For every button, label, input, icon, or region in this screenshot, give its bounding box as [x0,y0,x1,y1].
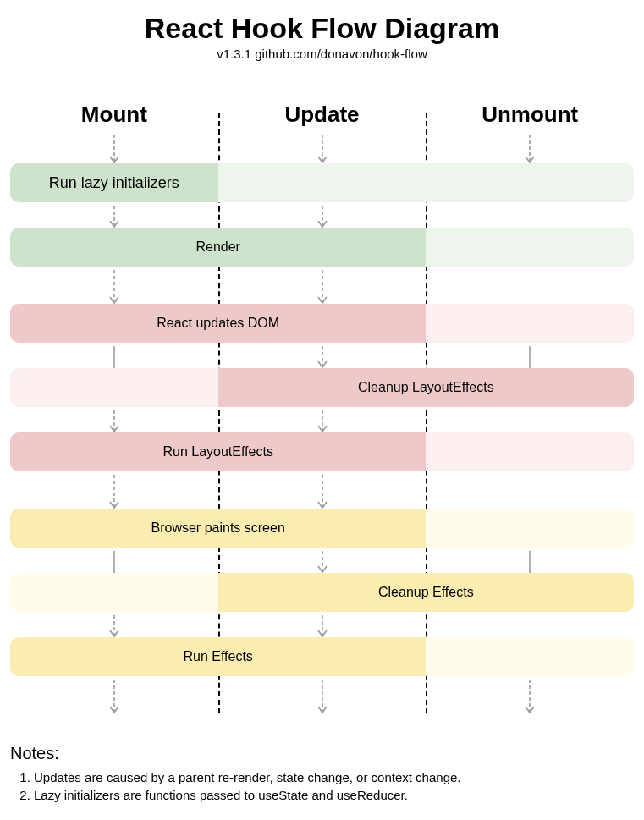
flow-arrow-icon [106,680,123,713]
step-run-e: Run Effects [10,637,634,676]
arrow-cell [218,206,427,228]
arrow-cell [426,680,634,713]
flow-line-icon [521,346,538,368]
arrow-cell [10,206,218,228]
arrow-cell [10,410,218,432]
col-header-update: Update [218,102,427,135]
arrow-row [10,475,634,509]
step-cell [218,228,427,267]
arrow-cell [218,680,427,713]
flow-arrow-icon [314,206,331,228]
arrow-cell [426,551,634,573]
step-dom: React updates DOM [10,304,634,343]
arrow-cell [218,410,427,432]
arrow-cell [218,270,427,304]
arrow-cell [426,346,634,368]
step-cleanup-le: Cleanup LayoutEffects [10,368,634,407]
step-cell [10,228,218,267]
diagram-container: Mount Update Unmount Run lazy initialize… [10,102,634,713]
step-cell [426,304,634,343]
arrow-cell [10,135,218,163]
step-cell: Run lazy initializers [10,163,218,202]
flow-arrow-icon [314,346,331,368]
flow-arrow-icon [521,135,538,163]
step-cell [10,368,218,407]
step-cell [10,573,218,612]
arrow-row [10,135,634,163]
arrow-cell [426,410,634,432]
note-item: Lazy initializers are functions passed t… [34,788,634,802]
step-cell [10,637,218,676]
col-header-unmount: Unmount [426,102,634,135]
arrow-row [10,346,634,368]
step-cell [426,573,634,612]
flow-line-icon [106,346,123,368]
flow-arrow-icon [314,270,331,304]
note-item: Updates are caused by a parent re-render… [34,770,634,784]
step-cell [426,368,634,407]
step-cell [426,228,634,267]
step-lazy-init: Run lazy initializers [10,163,634,202]
page-subtitle: v1.3.1 github.com/donavon/hook-flow [10,47,634,61]
flow-arrow-icon [314,680,331,713]
notes-heading: Notes: [10,744,634,763]
flow-arrow-icon [314,410,331,432]
flow-arrow-icon [106,206,123,228]
arrow-cell [218,615,427,637]
step-cell [218,368,427,407]
step-cell [218,432,427,471]
flow-arrow-icon [106,410,123,432]
step-cell [218,509,427,548]
arrow-row [10,680,634,713]
arrow-cell [10,270,218,304]
arrow-cell [218,346,427,368]
step-cell [426,509,634,548]
flow-arrow-icon [106,475,123,509]
arrow-cell [10,680,218,713]
arrow-row [10,615,634,637]
step-cell [218,573,427,612]
col-header-mount: Mount [10,102,218,135]
arrow-cell [426,206,634,228]
flow-arrow-icon [314,475,331,509]
arrow-cell [426,475,634,509]
arrow-row [10,410,634,432]
flow-arrow-icon [314,135,331,163]
flow-stack: Run lazy initializers Render React updat… [10,135,634,713]
step-cleanup-e: Cleanup Effects [10,573,634,612]
step-cell [218,163,427,202]
flow-arrow-icon [314,615,331,637]
step-cell [218,304,427,343]
step-cell [10,432,218,471]
notes-section: Notes: Updates are caused by a parent re… [10,744,634,802]
flow-line-icon [521,551,538,573]
step-cell [10,304,218,343]
step-render: Render [10,228,634,267]
step-paint: Browser paints screen [10,509,634,548]
step-cell [10,509,218,548]
arrow-cell [218,475,427,509]
arrow-cell [10,346,218,368]
step-label: Run lazy initializers [49,174,179,192]
flow-arrow-icon [106,135,123,163]
flow-arrow-icon [314,551,331,573]
arrow-cell [218,135,427,163]
page-title: React Hook Flow Diagram [10,12,634,45]
step-cell [426,163,634,202]
arrow-cell [10,615,218,637]
flow-arrow-icon [521,680,538,713]
arrow-row [10,270,634,304]
flow-arrow-icon [106,270,123,304]
step-cell [426,637,634,676]
arrow-cell [426,615,634,637]
arrow-cell [426,270,634,304]
arrow-cell [10,551,218,573]
step-run-le: Run LayoutEffects [10,432,634,471]
arrow-cell [426,135,634,163]
arrow-cell [10,475,218,509]
notes-list: Updates are caused by a parent re-render… [10,770,634,802]
flow-line-icon [106,551,123,573]
column-headers: Mount Update Unmount [10,102,634,135]
arrow-cell [218,551,427,573]
arrow-row [10,551,634,573]
